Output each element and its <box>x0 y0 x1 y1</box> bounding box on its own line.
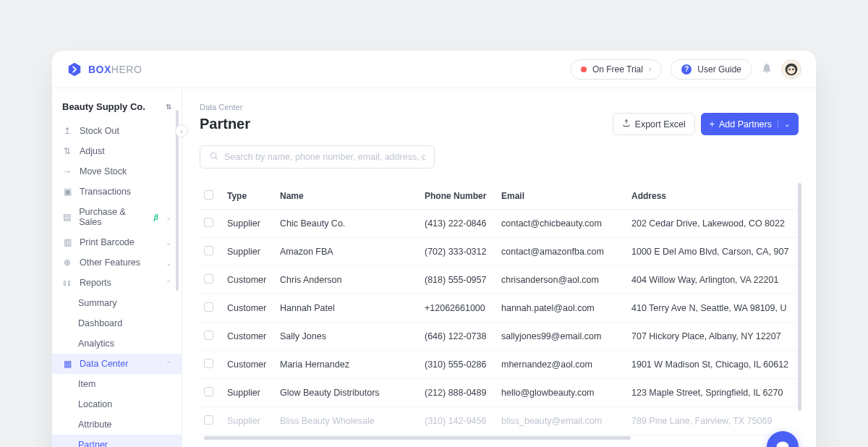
cell-email: hello@glowbeauty.com <box>497 379 627 407</box>
chevron-down-icon[interactable]: ⌄ <box>778 120 790 128</box>
sidebar-item-summary[interactable]: Summary <box>52 293 182 313</box>
sidebar-item-move-stock[interactable]: →Move Stock <box>52 161 182 182</box>
sidebar-item-data-center[interactable]: ▦Data Center⌃ <box>52 354 182 374</box>
table-row[interactable]: Supplier Glow Beauty Distributors (212) … <box>200 379 799 407</box>
team-selector[interactable]: Beauty Supply Co. ⇅ <box>52 97 182 116</box>
cell-name: Hannah Patel <box>276 294 420 323</box>
sort-icon: ⇅ <box>166 103 171 111</box>
table-row[interactable]: Supplier Amazon FBA (702) 333-0312 conta… <box>200 238 799 266</box>
cell-email: sallyjones99@email.com <box>497 323 627 351</box>
bell-icon[interactable] <box>761 62 773 77</box>
cell-phone: (212) 888-0489 <box>420 379 497 407</box>
cell-phone: (310) 142-9456 <box>420 407 497 435</box>
sidebar-item-purchase-sales[interactable]: ▤Purchase & Salesβ⌄ <box>52 202 182 232</box>
row-checkbox[interactable] <box>204 415 213 425</box>
cell-type: Supplier <box>223 210 276 238</box>
column-type[interactable]: Type <box>223 183 276 210</box>
team-name: Beauty Supply Co. <box>62 101 145 112</box>
sidebar-item-dashboard[interactable]: Dashboard <box>52 313 182 333</box>
search-icon <box>209 151 218 163</box>
table-row[interactable]: Customer Hannah Patel +12062661000 hanna… <box>200 294 799 323</box>
brand-light: HERO <box>111 64 142 75</box>
cell-email: hannah.patel@aol.com <box>497 294 627 323</box>
cell-email: bliss_beauty@email.com <box>497 407 627 435</box>
chevron-down-icon: ⌄ <box>166 259 171 267</box>
column-address[interactable]: Address <box>627 183 799 210</box>
sidebar-item-transactions[interactable]: ▣Transactions <box>52 182 182 202</box>
logo-icon <box>67 61 82 77</box>
cell-address: 404 Willow Way, Arlington, VA 22201 <box>627 266 799 294</box>
cell-phone: (702) 333-0312 <box>420 238 497 266</box>
search-input[interactable] <box>224 152 425 162</box>
cell-email: contact@amazonfba.com <box>497 238 627 266</box>
upload-icon: ↥ <box>62 126 72 136</box>
cell-name: Amazon FBA <box>276 238 420 266</box>
main-content: Data Center Partner Export Excel + Add P… <box>182 88 816 447</box>
free-trial-pill[interactable]: On Free Trial › <box>570 59 662 80</box>
cell-name: Maria Hernandez <box>276 351 420 379</box>
column-email[interactable]: Email <box>497 183 627 210</box>
row-checkbox[interactable] <box>204 387 213 396</box>
chevron-up-icon: ⌃ <box>166 279 171 287</box>
table-row[interactable]: Supplier Chic Beauty Co. (413) 222-0846 … <box>200 210 799 238</box>
cell-name: Chris Anderson <box>276 266 420 294</box>
search-box[interactable] <box>200 145 435 169</box>
cell-type: Customer <box>223 351 276 379</box>
select-all-checkbox[interactable] <box>204 190 213 200</box>
sidebar-item-partner[interactable]: Partner <box>52 435 182 447</box>
cell-type: Customer <box>223 266 276 294</box>
user-guide-pill[interactable]: ? User Guide <box>671 59 752 80</box>
column-name[interactable]: Name <box>276 183 420 210</box>
cell-type: Supplier <box>223 238 276 266</box>
row-checkbox[interactable] <box>204 302 213 312</box>
cell-address: 1000 E Del Amo Blvd, Carson, CA, 907 <box>627 238 799 266</box>
sidebar-item-location[interactable]: Location <box>52 394 182 414</box>
avatar[interactable] <box>781 59 801 80</box>
sidebar-item-other-features[interactable]: ⊕Other Features⌄ <box>52 252 182 273</box>
chevron-up-icon: ⌃ <box>166 360 171 368</box>
table-row[interactable]: Customer Sally Jones (646) 122-0738 sall… <box>200 323 799 351</box>
export-excel-button[interactable]: Export Excel <box>613 113 695 135</box>
table-row[interactable]: Supplier Bliss Beauty Wholesale (310) 14… <box>200 407 799 435</box>
table-row[interactable]: Customer Chris Anderson (818) 555-0957 c… <box>200 266 799 294</box>
cell-address: 202 Cedar Drive, Lakewood, CO 8022 <box>627 210 799 238</box>
plus-icon: + <box>710 119 715 129</box>
cell-address: 1901 W Madison St, Chicago, IL 60612 <box>627 351 799 379</box>
sidebar-item-item[interactable]: Item <box>52 374 182 394</box>
row-checkbox[interactable] <box>204 359 213 368</box>
app-window: BOXHERO On Free Trial › ? User Guide ‹ <box>52 51 816 447</box>
sidebar-item-reports[interactable]: ⫾⫾Reports⌃ <box>52 273 182 293</box>
sidebar-item-stock-out[interactable]: ↥Stock Out <box>52 121 182 141</box>
row-checkbox[interactable] <box>204 246 213 255</box>
user-guide-label: User Guide <box>697 64 741 74</box>
sidebar-item-analytics[interactable]: Analytics <box>52 333 182 354</box>
table-vertical-scrollbar[interactable] <box>798 183 801 411</box>
row-checkbox[interactable] <box>204 331 213 340</box>
table-row[interactable]: Customer Maria Hernandez (310) 555-0286 … <box>200 351 799 379</box>
adjust-icon: ⇅ <box>62 146 72 156</box>
sidebar-item-attribute[interactable]: Attribute <box>52 414 182 435</box>
column-phone[interactable]: Phone Number <box>420 183 497 210</box>
svg-marker-0 <box>69 62 81 75</box>
cell-name: Bliss Beauty Wholesale <box>276 407 420 435</box>
row-checkbox[interactable] <box>204 218 213 227</box>
cart-icon: ▤ <box>62 212 72 222</box>
cell-phone: (818) 555-0957 <box>420 266 497 294</box>
sidebar-collapse-button[interactable]: ‹ <box>175 124 188 137</box>
beta-badge: β <box>154 213 158 221</box>
sidebar-scrollbar[interactable] <box>176 110 179 291</box>
cell-phone: +12062661000 <box>420 294 497 323</box>
cell-name: Chic Beauty Co. <box>276 210 420 238</box>
add-partners-button[interactable]: + Add Partners ⌄ <box>701 113 799 135</box>
cell-name: Sally Jones <box>276 323 420 351</box>
sidebar-item-print-barcode[interactable]: ▥Print Barcode⌄ <box>52 232 182 252</box>
svg-point-6 <box>210 153 216 158</box>
row-checkbox[interactable] <box>204 274 213 284</box>
table-horizontal-scrollbar[interactable] <box>204 436 631 440</box>
topbar: BOXHERO On Free Trial › ? User Guide <box>52 51 816 88</box>
chevron-down-icon: ⌄ <box>166 239 171 247</box>
sidebar-item-adjust[interactable]: ⇅Adjust <box>52 141 182 161</box>
topbar-right: On Free Trial › ? User Guide <box>570 59 801 80</box>
logo[interactable]: BOXHERO <box>67 61 142 77</box>
arrow-right-icon: → <box>62 166 72 176</box>
